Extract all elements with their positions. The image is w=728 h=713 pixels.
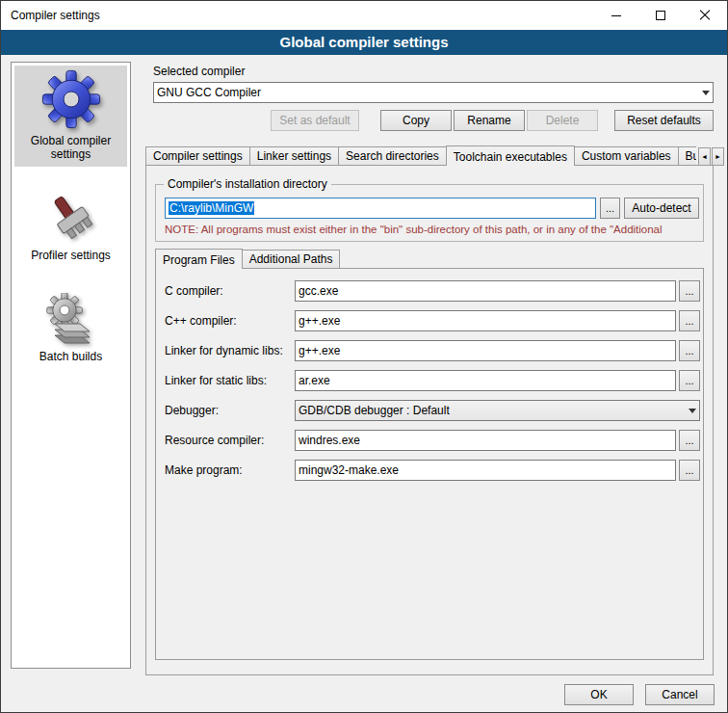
- cpp-compiler-value: g++.exe: [299, 314, 340, 328]
- make-program-input[interactable]: mingw32-make.exe: [295, 460, 676, 481]
- debugger-label: Debugger:: [165, 404, 295, 417]
- maximize-button[interactable]: [638, 1, 683, 30]
- close-icon: [699, 10, 711, 21]
- c-compiler-value: gcc.exe: [299, 284, 338, 298]
- linker-static-label: Linker for static libs:: [165, 374, 295, 387]
- window-title: Compiler settings: [1, 9, 100, 22]
- sidebar-item-label: Batch builds: [16, 350, 125, 363]
- blue-gear-icon: [41, 69, 101, 83]
- installation-directory-browse-button[interactable]: ...: [600, 198, 620, 219]
- batch-builds-gear-icon: [45, 293, 97, 306]
- tab-additional-paths[interactable]: Additional Paths: [242, 250, 341, 268]
- make-program-value: mingw32-make.exe: [299, 463, 399, 477]
- resource-compiler-label: Resource compiler:: [165, 434, 295, 447]
- field-row-debugger: Debugger: GDB/CDB debugger : Default: [165, 400, 700, 421]
- c-compiler-label: C compiler:: [165, 284, 295, 298]
- toolchain-fields: C compiler: gcc.exe ... C++ compiler: g+…: [165, 280, 700, 489]
- resource-compiler-value: windres.exe: [299, 434, 360, 447]
- resource-compiler-input[interactable]: windres.exe: [295, 430, 676, 451]
- field-row-linker-dynamic: Linker for dynamic libs: g++.exe ...: [165, 340, 700, 361]
- linker-static-browse-button[interactable]: ...: [679, 370, 700, 391]
- installation-note: NOTE: All programs must exist either in …: [165, 224, 698, 235]
- auto-detect-button[interactable]: Auto-detect: [624, 198, 699, 219]
- compiler-select-value: GNU GCC Compiler: [157, 86, 261, 99]
- linker-static-value: ar.exe: [299, 374, 330, 387]
- make-program-browse-button[interactable]: ...: [679, 460, 700, 481]
- tab-toolchain-executables[interactable]: Toolchain executables: [446, 145, 575, 166]
- maximize-icon: [656, 11, 665, 20]
- field-row-c-compiler: C compiler: gcc.exe ...: [165, 280, 700, 302]
- cpp-compiler-input[interactable]: g++.exe: [295, 310, 676, 331]
- cpp-compiler-label: C++ compiler:: [165, 314, 295, 328]
- close-button[interactable]: [683, 1, 727, 30]
- tab-search-directories[interactable]: Search directories: [338, 146, 447, 165]
- field-row-make-program: Make program: mingw32-make.exe ...: [165, 460, 700, 481]
- minimize-icon: [611, 15, 621, 16]
- resource-compiler-browse-button[interactable]: ...: [679, 430, 700, 451]
- tab-custom-variables[interactable]: Custom variables: [574, 146, 679, 165]
- dialog-header: Global compiler settings: [1, 30, 727, 55]
- sidebar-item-label: Global compiler settings: [16, 134, 125, 161]
- selected-compiler-label: Selected compiler: [153, 65, 245, 78]
- settings-tabstrip: Compiler settings Linker settings Search…: [145, 145, 696, 166]
- program-files-tabstrip: Program Files Additional Paths: [155, 249, 463, 269]
- tab-scroll-right-button[interactable]: ►: [712, 147, 724, 166]
- linker-dynamic-label: Linker for dynamic libs:: [165, 344, 295, 357]
- field-row-cpp-compiler: C++ compiler: g++.exe ...: [165, 310, 700, 331]
- tab-compiler-settings[interactable]: Compiler settings: [145, 146, 250, 165]
- sidebar-item-global-compiler-settings[interactable]: Global compiler settings: [14, 66, 127, 167]
- installation-directory-input[interactable]: C:\raylib\MinGW: [165, 198, 596, 219]
- sidebar-item-batch-builds[interactable]: Batch builds: [14, 289, 127, 369]
- window-controls: [594, 1, 727, 30]
- debugger-value: GDB/CDB debugger : Default: [299, 404, 450, 417]
- titlebar: Compiler settings: [1, 1, 727, 30]
- rename-button[interactable]: Rename: [454, 110, 525, 131]
- delete-button: Delete: [527, 110, 598, 131]
- debugger-select[interactable]: GDB/CDB debugger : Default: [295, 400, 700, 421]
- field-row-linker-static: Linker for static libs: ar.exe ...: [165, 370, 700, 391]
- cancel-button[interactable]: Cancel: [645, 684, 715, 705]
- chevron-down-icon: [689, 409, 696, 413]
- c-compiler-browse-button[interactable]: ...: [679, 280, 700, 302]
- installation-directory-group-title: Compiler's installation directory: [164, 177, 331, 191]
- cpp-compiler-browse-button[interactable]: ...: [679, 310, 700, 331]
- tab-program-files[interactable]: Program Files: [155, 249, 243, 269]
- compiler-select[interactable]: GNU GCC Compiler: [153, 82, 714, 103]
- linker-dynamic-value: g++.exe: [299, 344, 340, 357]
- linker-dynamic-browse-button[interactable]: ...: [679, 340, 700, 361]
- compiler-settings-window: Compiler settings Global compiler settin…: [0, 0, 728, 713]
- make-program-label: Make program:: [165, 463, 295, 477]
- profiler-tool-icon: [45, 192, 97, 205]
- sidebar-item-label: Profiler settings: [16, 249, 125, 262]
- c-compiler-input[interactable]: gcc.exe: [295, 280, 676, 302]
- sidebar: Global compiler settings Profiler settin…: [11, 62, 131, 669]
- tab-linker-settings[interactable]: Linker settings: [249, 146, 339, 165]
- ok-button[interactable]: OK: [564, 684, 634, 705]
- set-as-default-button: Set as default: [271, 110, 359, 131]
- reset-defaults-button[interactable]: Reset defaults: [614, 110, 714, 131]
- installation-directory-group: Compiler's installation directory C:\ray…: [155, 184, 704, 242]
- tab-build-options[interactable]: Build options: [678, 146, 696, 165]
- chevron-down-icon: [702, 91, 710, 95]
- tab-scroll-left-button[interactable]: ◄: [698, 147, 711, 166]
- installation-directory-value: C:\raylib\MinGW: [169, 201, 254, 215]
- copy-button[interactable]: Copy: [380, 110, 452, 131]
- field-row-resource-compiler: Resource compiler: windres.exe ...: [165, 430, 700, 451]
- minimize-button[interactable]: [594, 1, 638, 30]
- linker-dynamic-input[interactable]: g++.exe: [295, 340, 676, 361]
- linker-static-input[interactable]: ar.exe: [295, 370, 676, 391]
- sidebar-item-profiler-settings[interactable]: Profiler settings: [14, 188, 127, 268]
